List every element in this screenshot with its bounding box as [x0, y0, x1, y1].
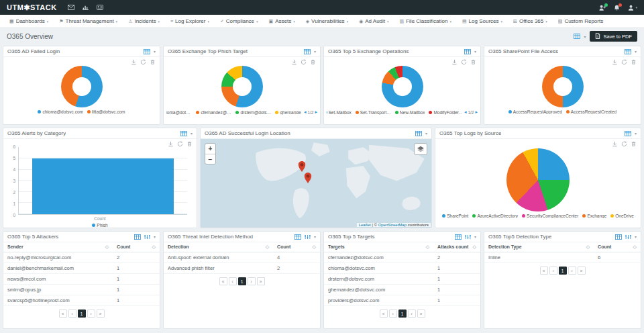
prev-page-button[interactable]: ‹ — [389, 310, 397, 318]
pie-chart-logs-by-source[interactable] — [506, 148, 570, 211]
columns-icon[interactable] — [465, 234, 471, 240]
legend-item[interactable]: Exchange — [582, 213, 606, 218]
donut-chart-exchange-operations[interactable] — [382, 66, 423, 107]
menu-item-ad-audit[interactable]: ◉Ad Audit▾ — [354, 15, 394, 28]
table-row[interactable]: cfernandez@dotsvc.com2 — [324, 252, 480, 263]
first-page-button[interactable]: « — [219, 277, 227, 285]
table-view-icon[interactable] — [625, 131, 631, 136]
legend-item[interactable]: AccessRequestCreated — [566, 109, 616, 114]
table-row[interactable]: drstern@dotsvc.com1 — [324, 274, 480, 285]
first-page-button[interactable]: « — [59, 310, 67, 318]
column-header[interactable]: Count◇ — [594, 242, 641, 252]
chevron-down-icon[interactable]: ▾ — [635, 131, 637, 136]
bar-chart-icon[interactable] — [83, 5, 89, 10]
column-header[interactable]: Detection◇ — [164, 242, 273, 252]
sort-icon[interactable]: ◇ — [105, 244, 109, 250]
legend-item[interactable]: AzureActiveDirectory — [472, 213, 518, 218]
chevron-down-icon[interactable]: ▾ — [474, 49, 476, 54]
legend-item[interactable]: SharePoint — [442, 213, 468, 218]
columns-icon[interactable] — [305, 234, 311, 240]
sort-icon[interactable]: ◇ — [426, 244, 429, 250]
download-icon[interactable] — [612, 141, 618, 147]
table-view-icon[interactable] — [415, 131, 422, 136]
legend-item[interactable]: New-Mailbox — [395, 110, 425, 115]
menu-item-log-sources[interactable]: ▤Log Sources▾ — [457, 15, 508, 28]
prev-page-button[interactable]: ‹ — [549, 267, 557, 275]
table-view-icon[interactable] — [144, 49, 150, 54]
refresh-icon[interactable] — [301, 59, 307, 65]
refresh-icon[interactable] — [621, 59, 627, 65]
table-row[interactable]: chioma@dotsvc.com1 — [324, 263, 480, 274]
table-view-icon[interactable] — [464, 49, 471, 54]
table-row[interactable]: news@mcol.com1 — [3, 274, 160, 285]
sort-icon[interactable]: ◇ — [586, 244, 590, 250]
download-icon[interactable] — [612, 59, 618, 65]
legend-item[interactable]: litta@dotsvc.com — [87, 109, 125, 114]
table-row[interactable]: daniel@benchmarkemail.com1 — [3, 263, 160, 274]
legend-item[interactable]: OneDrive — [610, 213, 633, 218]
legend-item[interactable]: drstern@dotsvc.com — [235, 110, 271, 115]
delete-icon[interactable] — [150, 59, 156, 65]
notifications-bell-icon[interactable] — [614, 5, 620, 11]
chevron-down-icon[interactable]: ▾ — [191, 131, 193, 136]
table-view-icon[interactable] — [304, 49, 311, 54]
page-1-button[interactable]: 1 — [559, 267, 567, 275]
zoom-in-button[interactable]: + — [205, 144, 215, 154]
sort-icon[interactable]: ◇ — [266, 244, 269, 250]
legend-item[interactable]: chioma@dotsvc.com — [38, 109, 83, 114]
last-page-button[interactable]: » — [97, 310, 105, 318]
sort-icon[interactable]: ◇ — [633, 244, 637, 250]
refresh-icon[interactable] — [461, 59, 467, 65]
chevron-down-icon[interactable]: ▾ — [154, 49, 156, 54]
download-icon[interactable] — [291, 59, 297, 65]
legend-prev-icon[interactable]: ◂ — [464, 109, 467, 115]
id-card-icon[interactable] — [97, 5, 103, 10]
table-view-icon[interactable] — [134, 234, 141, 240]
download-icon[interactable] — [451, 59, 458, 65]
openstreetmap-link[interactable]: OpenStreetMap — [378, 223, 407, 227]
legend-next-icon[interactable]: ▸ — [315, 109, 317, 115]
page-1-button[interactable]: 1 — [398, 310, 407, 318]
column-header[interactable]: Attacks count◇ — [433, 242, 480, 252]
map-layers-button[interactable] — [414, 143, 427, 155]
chevron-down-icon[interactable]: ▾ — [314, 234, 316, 239]
donut-chart-failed-login[interactable] — [61, 66, 103, 107]
last-page-button[interactable]: » — [257, 277, 265, 285]
first-page-button[interactable]: « — [380, 310, 388, 318]
table-view-icon[interactable] — [180, 131, 187, 136]
first-page-button[interactable]: « — [540, 267, 548, 275]
menu-item-compliance[interactable]: ✓Compliance▾ — [215, 15, 264, 28]
sort-icon[interactable]: ◇ — [152, 244, 156, 250]
refresh-icon[interactable] — [177, 141, 183, 147]
column-header[interactable]: Sender◇ — [3, 242, 113, 252]
menu-item-dashboards[interactable]: ▦Dashboards▾ — [4, 15, 54, 28]
table-row[interactable]: Anti-spoof: external domain4 — [164, 252, 320, 263]
mail-icon[interactable] — [68, 5, 74, 10]
legend-item[interactable]: ModifyFolderPermissions — [429, 110, 462, 115]
table-row[interactable]: providers@dotsvc.com1 — [324, 295, 480, 306]
chevron-down-icon[interactable]: ▾ — [474, 234, 476, 239]
legend-item[interactable]: ghernandez@dotsvc.com — [275, 110, 301, 115]
delete-icon[interactable] — [186, 141, 193, 147]
chevron-down-icon[interactable]: ▾ — [635, 234, 637, 239]
brand-logo[interactable]: UTM✱STACK — [7, 3, 57, 12]
user-menu-icon[interactable]: ▾ — [628, 5, 637, 11]
table-view-icon[interactable] — [455, 234, 462, 240]
legend-item[interactable]: SecurityComplianceCenter — [522, 213, 578, 218]
leaflet-link[interactable]: Leaflet — [359, 223, 371, 227]
next-page-button[interactable]: › — [568, 267, 576, 275]
bar-phish[interactable] — [32, 158, 173, 214]
delete-icon[interactable] — [470, 59, 476, 65]
sort-icon[interactable]: ◇ — [313, 244, 316, 250]
add-user-icon[interactable] — [599, 5, 606, 11]
table-row[interactable]: Inline6 — [484, 252, 641, 263]
prev-page-button[interactable]: ‹ — [68, 310, 76, 318]
chevron-down-icon[interactable]: ▾ — [314, 49, 316, 54]
menu-item-incidents[interactable]: ⚠Incidents▾ — [123, 15, 165, 28]
chevron-down-icon[interactable]: ▾ — [154, 234, 156, 239]
next-page-button[interactable]: › — [248, 277, 256, 285]
map-pin[interactable] — [304, 173, 311, 186]
menu-item-assets[interactable]: ▣Assets▾ — [264, 15, 301, 28]
download-icon[interactable] — [131, 59, 137, 65]
delete-icon[interactable] — [310, 59, 316, 65]
